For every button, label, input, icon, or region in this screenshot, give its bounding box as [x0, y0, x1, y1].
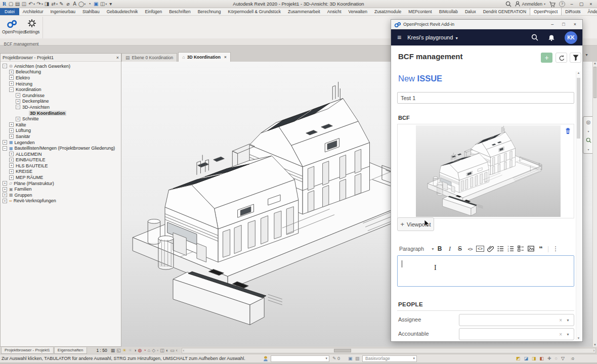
expand-icon[interactable]: + — [16, 93, 20, 98]
expand-icon[interactable]: + — [9, 75, 14, 80]
qat-icon[interactable]: ◫ — [100, 1, 105, 7]
worker-filter-icon[interactable] — [263, 355, 268, 362]
openproject-scroll-thumb[interactable] — [577, 78, 580, 139]
expand-icon[interactable]: + — [9, 128, 14, 133]
expand-icon[interactable]: + — [9, 134, 14, 139]
strikethrough-button[interactable]: S — [455, 244, 465, 253]
expand-icon[interactable]: + — [9, 122, 14, 127]
view-tab-overflow-icon[interactable]: ▼ — [585, 53, 588, 57]
ribbon-tab-dendrit-generation[interactable]: Dendrit GENERATION — [480, 8, 530, 15]
restore-button[interactable]: ▢ — [578, 2, 584, 7]
expand-icon[interactable]: + — [16, 99, 20, 104]
ribbon-tab-stahlbau[interactable]: Stahlbau — [79, 8, 103, 15]
expand-icon[interactable]: + — [9, 70, 14, 74]
ribbon-tab-geb-udetechnik[interactable]: Gebäudetechnik — [103, 8, 142, 15]
tree-item[interactable]: +Heizung — [1, 81, 121, 87]
design-options-icon[interactable]: ▣ — [348, 356, 353, 361]
accountable-select[interactable]: ×▼ — [459, 328, 574, 340]
tree-item[interactable]: +Schnitte — [1, 116, 121, 122]
tree-item[interactable]: +Lüftung — [1, 128, 121, 134]
vertical-scroll-thumb[interactable] — [593, 67, 596, 98]
ribbon-tab-zusatzmodule[interactable]: Zusatzmodule — [371, 8, 405, 15]
qat-icon[interactable]: ◯ — [78, 1, 84, 7]
collapse-icon[interactable]: − — [3, 146, 7, 151]
ribbon-tab-bimcollab[interactable]: BIMcollab — [436, 8, 461, 15]
tree-item[interactable]: +ALLGEMEIN — [1, 151, 121, 157]
expand-icon[interactable]: + — [3, 140, 7, 145]
link-button[interactable] — [485, 244, 495, 253]
collapse-icon[interactable]: − — [16, 105, 20, 109]
expand-icon[interactable]: + — [16, 117, 20, 121]
tree-item[interactable]: +▦Legenden — [1, 140, 121, 146]
tree-item[interactable]: +EINBAUTEILE — [1, 157, 121, 163]
qat-caret-icon[interactable]: ▾ — [41, 2, 43, 6]
settings-button[interactable]: Settings — [22, 17, 41, 34]
op-minimize-button[interactable]: – — [551, 22, 553, 27]
view-control-icon[interactable]: ☀ — [128, 348, 132, 353]
view-control-icon[interactable]: ◫ — [160, 348, 164, 353]
expand-icon[interactable]: + — [3, 193, 7, 197]
expand-icon[interactable]: + — [3, 187, 7, 192]
help-button[interactable]: ? — [559, 1, 565, 7]
tree-item[interactable]: −▦Bauteillisten/Mengen (Projektbrowser G… — [1, 145, 121, 151]
search-icon[interactable] — [531, 34, 538, 41]
hamburger-menu-icon[interactable]: ≡ — [391, 33, 407, 41]
clear-icon[interactable]: × — [559, 332, 562, 337]
qat-icon[interactable]: ▾ — [108, 1, 113, 7]
qat-icon[interactable]: ▣ — [93, 1, 99, 7]
tree-item[interactable]: +▣Familien — [1, 186, 121, 192]
tree-item[interactable]: +Deckenpläne — [1, 99, 121, 105]
ribbon-tab-zusammenarbeit[interactable]: Zusammenarbeit — [284, 8, 324, 15]
main-model-icon[interactable]: ▨ — [355, 356, 360, 361]
tree-item[interactable]: +∞Revit-Verknüpfungen — [1, 198, 121, 204]
op-close-button[interactable]: × — [574, 22, 576, 27]
expand-icon[interactable]: + — [9, 81, 14, 86]
steering-wheel-caret-icon[interactable]: ▾ — [587, 129, 589, 133]
view-control-icon[interactable]: ☀ — [122, 348, 126, 353]
view-tab-ebene-0-koordination[interactable]: ▤Ebene 0 Koordination — [121, 53, 177, 62]
qat-icon[interactable]: R — [2, 1, 7, 7]
ribbon-tab-architektur[interactable]: Architektur — [19, 8, 47, 15]
selection-toggle-icon[interactable]: ◩ — [516, 356, 521, 361]
tree-item[interactable]: +Beleuchtung — [1, 69, 121, 75]
qat-icon[interactable]: A — [72, 1, 77, 7]
design-option-dropdown[interactable]: Basisvorlage ▾ — [362, 355, 417, 362]
qat-caret-icon[interactable]: ▾ — [33, 2, 35, 6]
workset-dropdown[interactable]: ▾ — [271, 355, 329, 362]
qat-caret-icon[interactable]: ▾ — [105, 2, 107, 6]
ribbon-tab-mepcontent[interactable]: MEPcontent — [405, 8, 435, 15]
project-browser-close-icon[interactable]: × — [116, 55, 119, 60]
more-button[interactable]: ⋮ — [550, 244, 561, 253]
italic-button[interactable]: I — [445, 244, 455, 253]
code-block-button[interactable]: <> — [475, 244, 485, 253]
qat-icon[interactable]: ↷ — [36, 1, 41, 7]
selection-toggle-icon[interactable]: ○ — [555, 356, 558, 361]
qat-icon[interactable]: ▤ — [15, 1, 20, 7]
openproject-scrollbar[interactable]: ▲ ▼ — [576, 71, 581, 340]
view-control-icon[interactable]: ◑ — [134, 348, 136, 353]
tree-item[interactable]: +Sanitär — [1, 133, 121, 140]
zoom-caret-icon[interactable]: ▾ — [587, 148, 589, 151]
view-control-icon[interactable]: ▦ — [111, 348, 115, 353]
collapse-icon[interactable]: − — [9, 87, 14, 92]
clear-icon[interactable]: × — [559, 317, 562, 323]
tree-item[interactable]: −Koordination — [1, 86, 121, 93]
ribbon-tab-berechnung[interactable]: Berechnung — [194, 8, 225, 15]
qat-icon[interactable]: ▢ — [8, 1, 14, 7]
view-control-icon[interactable]: ‹ — [176, 348, 178, 353]
view-control-icon[interactable]: ◦ — [157, 348, 158, 353]
inline-code-button[interactable]: <> — [465, 244, 475, 253]
delete-viewpoint-button[interactable] — [565, 127, 571, 134]
view-control-icon[interactable]: ◐ — [166, 348, 168, 353]
view-control-icon[interactable]: ◍ — [138, 348, 142, 353]
openproject-button[interactable]: OpenProject — [2, 17, 21, 34]
ribbon-tab-openproject[interactable]: OpenProject — [530, 8, 562, 15]
ribbon-tab--ndern[interactable]: Ändern — [584, 8, 597, 15]
ribbon-tab-k-rpermodell-grundst-ck[interactable]: Körpermodell & Grundstück — [225, 8, 284, 15]
avatar[interactable]: KK — [565, 31, 577, 44]
description-editor[interactable]: I — [397, 255, 574, 287]
ribbon-tab-ingenieurbau[interactable]: Ingenieurbau — [47, 8, 79, 15]
horizontal-scroll-thumb[interactable] — [334, 349, 351, 352]
block-quote-button[interactable]: “ — [536, 244, 546, 253]
selection-toggle-icon[interactable]: ✚ — [547, 356, 551, 361]
